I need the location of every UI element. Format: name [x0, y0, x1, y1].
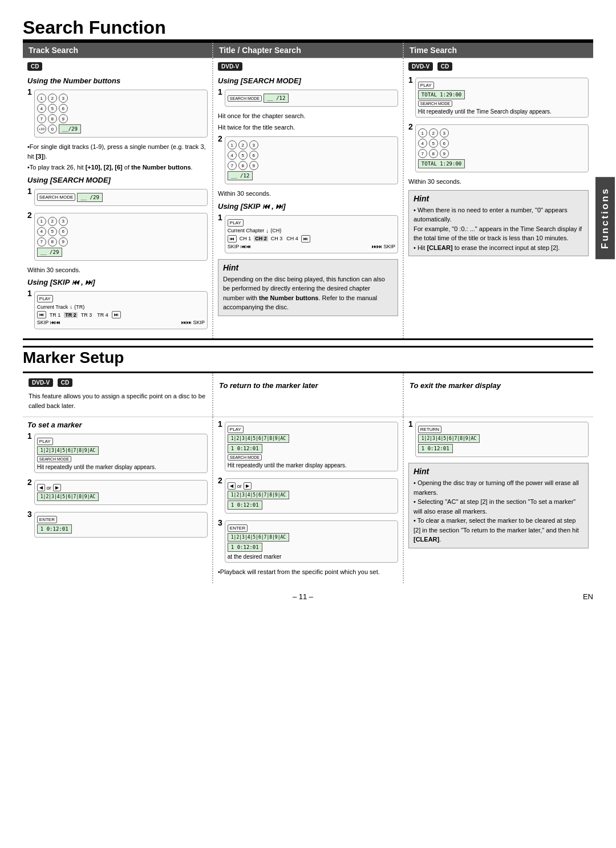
- marker-hint-box: Hint • Opening the disc tray or turning …: [408, 463, 589, 548]
- marker-setup-title: Marker Setup: [23, 349, 593, 367]
- using-number-buttons-heading: Using the Number buttons: [27, 76, 208, 85]
- track-note-1: •For single digit tracks (1-9), press a …: [27, 142, 208, 161]
- title-hint-text: Depending on the disc being played, this…: [223, 274, 393, 312]
- marker-dvdv-badge: DVD-V: [29, 378, 53, 387]
- title-search-mode-note: Within 30 seconds.: [218, 189, 398, 199]
- marker-return-note: •Playback will restart from the specific…: [218, 567, 398, 577]
- return-marker-column: 1 PLAY 1|2|3|4|5|6|7|8|9|AC 1 0:12:01 SE…: [213, 417, 404, 583]
- track-search-column: CD Using the Number buttons 1 123 456 78…: [23, 58, 213, 338]
- return-marker-heading: To return to the marker later: [219, 381, 397, 390]
- time-hint-text: • When there is no need to enter a numbe…: [414, 205, 583, 253]
- time-hint-box: Hint • When there is no need to enter a …: [408, 190, 589, 257]
- cd-badge-time: CD: [437, 62, 452, 71]
- track-search-header: Track Search: [23, 43, 213, 58]
- chapter-search-note-1: Hit once for the chapter search.: [218, 111, 398, 121]
- chapter-search-note-2: Hit twice for the title search.: [218, 123, 398, 132]
- exit-marker-heading: To exit the marker display: [410, 381, 587, 390]
- set-marker-heading: To set a marker: [27, 421, 208, 429]
- title-hint-title: Hint: [223, 263, 393, 272]
- time-hint-title: Hint: [414, 194, 583, 203]
- track-search-mode-note: Within 30 seconds.: [27, 265, 208, 275]
- dvdv-badge-title: DVD-V: [218, 62, 242, 71]
- track-note-2: •To play track 26, hit [+10], [2], [6] o…: [27, 163, 208, 172]
- using-skip-heading-title: Using [SKIP ⏮ , ⏭]: [218, 202, 398, 211]
- page-number: – 11 –: [293, 592, 313, 601]
- marker-hint-title: Hint: [414, 467, 583, 476]
- marker-cd-badge: CD: [58, 378, 72, 387]
- dvdv-badge-time: DVD-V: [408, 62, 433, 71]
- cd-badge: CD: [27, 62, 42, 71]
- title-hint-box: Hint Depending on the disc being played,…: [218, 259, 398, 316]
- using-search-mode-heading-title: Using [SEARCH MODE]: [218, 76, 398, 85]
- time-search-header: Time Search: [404, 43, 593, 58]
- en-label: EN: [583, 592, 593, 601]
- time-search-note: Within 30 seconds.: [408, 177, 589, 187]
- using-search-mode-heading-track: Using [SEARCH MODE]: [27, 176, 208, 184]
- set-marker-column: To set a marker 1 PLAY 1|2|3|4|5|6|7|8|9…: [23, 417, 213, 583]
- exit-marker-column: 1 RETURN 1|2|3|4|5|6|7|8|9|AC 1 0:12:01 …: [404, 417, 593, 583]
- title-chapter-search-column: DVD-V Using [SEARCH MODE] 1 SEARCH MODE …: [213, 58, 404, 338]
- marker-hint-text: • Opening the disc tray or turning off t…: [414, 478, 583, 544]
- title-chapter-search-header: Title / Chapter Search: [213, 43, 404, 58]
- search-function-title: Search Function: [23, 17, 593, 38]
- using-skip-heading-track: Using [SKIP ⏮ , ⏭]: [27, 278, 208, 286]
- functions-tab: Functions: [595, 177, 615, 259]
- time-search-column: DVD-V CD 1 PLAY TOTAL 1:29:00 SEARCH MOD…: [404, 58, 593, 338]
- marker-description: This feature allows you to assign a spec…: [29, 391, 206, 410]
